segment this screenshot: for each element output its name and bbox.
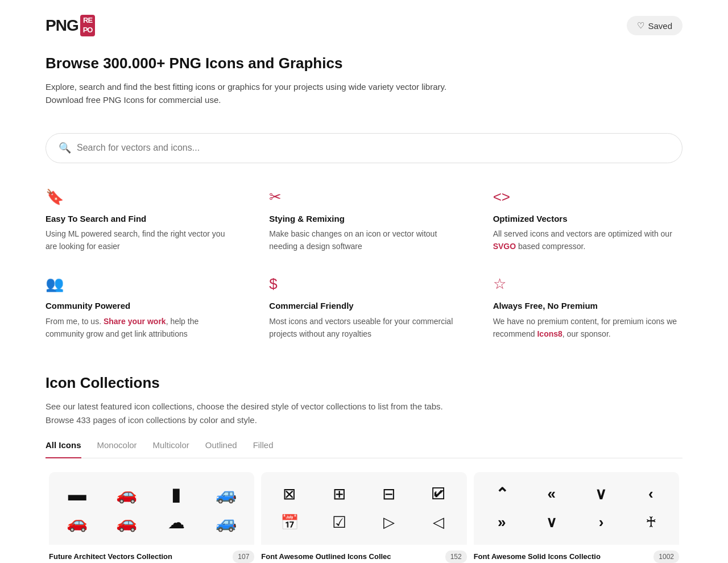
feature-free-title: Always Free, No Premium	[493, 300, 682, 313]
feature-free-desc: We have no premium content, for premium …	[493, 316, 682, 340]
feature-community-desc: From me, to us. Share your work, help th…	[46, 316, 235, 340]
feature-commercial: $ Commercial Friendly Most icons and vec…	[269, 273, 458, 340]
svgo-link[interactable]: SVGO	[493, 242, 516, 251]
hero-section: Browse 300.000+ PNG Icons and Graphics E…	[0, 47, 728, 123]
search-find-icon: 🔖	[46, 186, 235, 208]
dollar-icon: $	[269, 273, 458, 295]
collections-desc-2: Browse 433 pages of icon collections by …	[46, 413, 682, 427]
logo[interactable]: PNG RE PO	[46, 14, 95, 38]
feature-commercial-desc: Most icons and vectors useable for your …	[269, 316, 458, 340]
hero-description-1: Explore, search and find the best fittin…	[46, 80, 682, 93]
collection-icons-outlined: ⊠ ⊞ ⊟ 🗹 📅 ☑ ▷ ◁	[261, 472, 466, 545]
sol-icon-4: ‹	[639, 482, 663, 506]
sol-icon-6: ∨	[540, 511, 564, 535]
out-icon-4: 🗹	[427, 482, 450, 506]
feature-remixing-title: Stying & Remixing	[269, 213, 458, 226]
feature-community: 👥 Community Powered From me, to us. Shar…	[46, 273, 235, 340]
page-title: Browse 300.000+ PNG Icons and Graphics	[46, 52, 682, 74]
arch-icon-4: 🚙	[214, 482, 238, 506]
collections-section: Icon Collections See our latest featured…	[0, 351, 728, 427]
collection-icons-solid: ⌃ « ∨ ‹ » ∨ › ♰	[474, 472, 679, 545]
features-grid: 🔖 Easy To Search and Find Using ML power…	[0, 163, 728, 352]
code-icon: <>	[493, 186, 682, 208]
collection-count-architect: 107	[233, 550, 254, 563]
feature-search-title: Easy To Search and Find	[46, 213, 235, 226]
collection-card-architect[interactable]: ▬ 🚗 ▮ 🚙 🚗 🚗 ☁ 🚙 Future Architect Vectors…	[46, 472, 258, 563]
search-input[interactable]	[77, 143, 669, 153]
tab-monocolor[interactable]: Monocolor	[97, 439, 137, 459]
out-icon-5: 📅	[278, 511, 301, 535]
out-icon-7: ▷	[377, 511, 401, 535]
sol-icon-7: ›	[589, 511, 613, 535]
sol-icon-2: «	[540, 482, 564, 506]
search-bar[interactable]: 🔍	[46, 133, 682, 163]
out-icon-1: ⊠	[278, 482, 301, 506]
sol-icon-3: ∨	[589, 482, 613, 506]
feature-free: ☆ Always Free, No Premium We have no pre…	[493, 273, 682, 340]
sol-icon-5: »	[490, 511, 514, 535]
search-icon: 🔍	[59, 140, 71, 156]
saved-button[interactable]: ♡ Saved	[627, 16, 682, 35]
star-icon: ☆	[493, 273, 682, 295]
heart-icon: ♡	[637, 20, 644, 31]
tabs-bar: All Icons Monocolor Multicolor Outlined …	[46, 439, 682, 458]
collection-footer-solid: Font Awesome Solid Icons Collectio 1002	[470, 545, 682, 563]
community-icon: 👥	[46, 273, 235, 295]
out-icon-2: ⊞	[327, 482, 351, 506]
feature-remixing-desc: Make basic changes on an icon or vector …	[269, 228, 458, 252]
feature-optimized: <> Optimized Vectors All served icons an…	[493, 186, 682, 253]
arch-icon-6: 🚗	[115, 511, 139, 535]
remix-icon: ✂	[269, 186, 458, 208]
collections-title: Icon Collections	[46, 372, 682, 394]
tab-outlined[interactable]: Outlined	[205, 439, 237, 459]
arch-icon-5: 🚗	[65, 511, 89, 535]
sol-icon-1: ⌃	[490, 482, 514, 506]
collection-footer-outlined: Font Awesome Outlined Icons Collec 152	[258, 545, 470, 563]
tab-filled[interactable]: Filled	[253, 439, 274, 459]
collection-name-outlined: Font Awesome Outlined Icons Collec	[261, 551, 439, 562]
feature-optimized-title: Optimized Vectors	[493, 213, 682, 226]
hero-description-2: Download free PNG Icons for commercial u…	[46, 93, 682, 106]
collection-count-solid: 1002	[653, 550, 679, 563]
collection-name-architect: Future Architect Vectors Collection	[49, 551, 227, 562]
out-icon-3: ⊟	[377, 482, 401, 506]
icons8-link[interactable]: Icons8	[537, 329, 562, 338]
logo-png-text: PNG	[46, 14, 78, 38]
collection-name-solid: Font Awesome Solid Icons Collectio	[474, 551, 648, 562]
header: PNG RE PO ♡ Saved	[0, 0, 728, 47]
feature-search: 🔖 Easy To Search and Find Using ML power…	[46, 186, 235, 253]
feature-community-title: Community Powered	[46, 300, 235, 313]
arch-icon-3: ▮	[164, 482, 188, 506]
feature-remixing: ✂ Stying & Remixing Make basic changes o…	[269, 186, 458, 253]
arch-icon-2: 🚗	[115, 482, 139, 506]
collections-desc-1: See our latest featured icon collections…	[46, 400, 682, 413]
arch-icon-8: 🚙	[214, 511, 238, 535]
sol-icon-8: ♰	[639, 511, 663, 535]
collection-icons-architect: ▬ 🚗 ▮ 🚙 🚗 🚗 ☁ 🚙	[49, 472, 254, 545]
tab-multicolor[interactable]: Multicolor	[153, 439, 189, 459]
collection-count-outlined: 152	[445, 550, 467, 563]
arch-icon-7: ☁	[164, 511, 188, 535]
feature-commercial-title: Commercial Friendly	[269, 300, 458, 313]
collection-card-solid[interactable]: ⌃ « ∨ ‹ » ∨ › ♰ Font Awesome Solid Icons…	[470, 472, 682, 563]
feature-search-desc: Using ML powered search, find the right …	[46, 228, 235, 252]
feature-optimized-desc: All served icons and vectors are optimiz…	[493, 228, 682, 252]
collection-card-outlined[interactable]: ⊠ ⊞ ⊟ 🗹 📅 ☑ ▷ ◁ Font Awesome Outlined Ic…	[258, 472, 470, 563]
logo-repo-badge: RE PO	[80, 15, 96, 36]
collection-footer-architect: Future Architect Vectors Collection 107	[46, 545, 258, 563]
saved-label: Saved	[648, 21, 672, 31]
out-icon-6: ☑	[327, 511, 351, 535]
out-icon-8: ◁	[427, 511, 450, 535]
arch-icon-1: ▬	[65, 482, 89, 506]
collections-grid: ▬ 🚗 ▮ 🚙 🚗 🚗 ☁ 🚙 Future Architect Vectors…	[0, 458, 728, 563]
share-work-link[interactable]: Share your work	[104, 317, 166, 326]
tab-all-icons[interactable]: All Icons	[46, 439, 81, 459]
